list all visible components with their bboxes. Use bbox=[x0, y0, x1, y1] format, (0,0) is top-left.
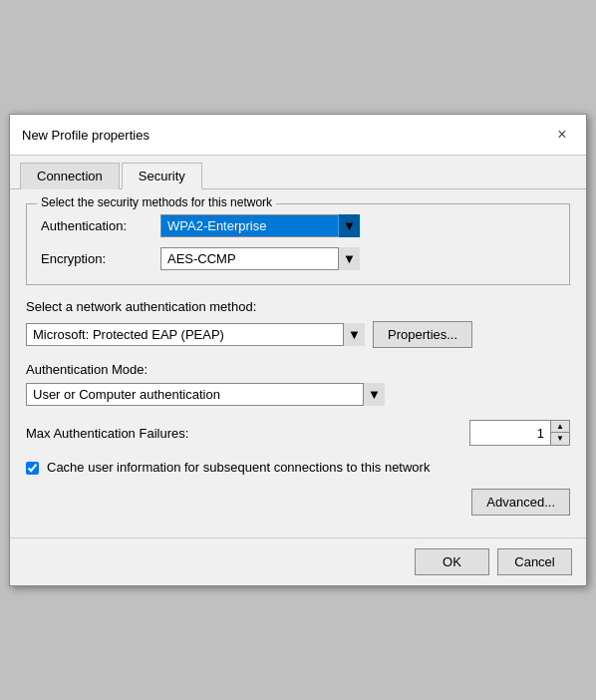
spinner-up-button[interactable]: ▲ bbox=[551, 421, 569, 433]
cache-checkbox-row: Cache user information for subsequent co… bbox=[26, 460, 570, 475]
tab-content-security: Select the security methods for this net… bbox=[10, 189, 586, 537]
tab-bar: Connection Security bbox=[10, 156, 586, 189]
failures-input[interactable] bbox=[470, 423, 550, 444]
tab-connection[interactable]: Connection bbox=[20, 163, 120, 189]
method-select[interactable]: Microsoft: Protected EAP (PEAP) Microsof… bbox=[26, 323, 365, 346]
cache-checkbox[interactable] bbox=[26, 462, 39, 475]
auth-label: Authentication: bbox=[41, 218, 160, 233]
dialog-title: New Profile properties bbox=[22, 128, 149, 143]
method-row: Microsoft: Protected EAP (PEAP) Microsof… bbox=[26, 321, 570, 348]
tab-security[interactable]: Security bbox=[122, 163, 202, 189]
title-bar: New Profile properties × bbox=[10, 115, 586, 156]
advanced-button[interactable]: Advanced... bbox=[471, 489, 570, 516]
network-auth-label: Select a network authentication method: bbox=[26, 299, 570, 314]
mode-select-row: User or Computer authentication User aut… bbox=[26, 383, 570, 406]
authentication-row: Authentication: WPA2-Enterprise WPA-Ente… bbox=[41, 214, 555, 237]
enc-select[interactable]: AES-CCMP TKIP bbox=[160, 247, 360, 270]
method-select-wrapper: Microsoft: Protected EAP (PEAP) Microsof… bbox=[26, 323, 365, 346]
auth-mode-label: Authentication Mode: bbox=[26, 362, 570, 377]
bottom-bar: OK Cancel bbox=[10, 537, 586, 585]
group-legend: Select the security methods for this net… bbox=[37, 195, 276, 209]
cancel-button[interactable]: Cancel bbox=[497, 548, 572, 575]
properties-button[interactable]: Properties... bbox=[373, 321, 472, 348]
enc-select-wrapper: AES-CCMP TKIP ▼ bbox=[160, 247, 360, 270]
mode-select-wrapper: User or Computer authentication User aut… bbox=[26, 383, 385, 406]
dialog: New Profile properties × Connection Secu… bbox=[9, 114, 587, 586]
spinner-buttons: ▲ ▼ bbox=[550, 421, 569, 445]
ok-button[interactable]: OK bbox=[415, 548, 489, 575]
mode-select[interactable]: User or Computer authentication User aut… bbox=[26, 383, 385, 406]
encryption-row: Encryption: AES-CCMP TKIP ▼ bbox=[41, 247, 555, 270]
failures-spinner: ▲ ▼ bbox=[469, 420, 570, 446]
spinner-down-button[interactable]: ▼ bbox=[551, 433, 569, 445]
advanced-row: Advanced... bbox=[26, 489, 570, 516]
auth-select-wrapper: WPA2-Enterprise WPA-Enterprise Open Shar… bbox=[160, 214, 360, 237]
failures-row: Max Authentication Failures: ▲ ▼ bbox=[26, 420, 570, 446]
failures-label: Max Authentication Failures: bbox=[26, 426, 188, 441]
close-button[interactable]: × bbox=[550, 123, 574, 147]
security-methods-group: Select the security methods for this net… bbox=[26, 203, 570, 285]
enc-label: Encryption: bbox=[41, 251, 160, 266]
cache-label: Cache user information for subsequent co… bbox=[47, 460, 430, 475]
auth-select[interactable]: WPA2-Enterprise WPA-Enterprise Open Shar… bbox=[160, 214, 360, 237]
